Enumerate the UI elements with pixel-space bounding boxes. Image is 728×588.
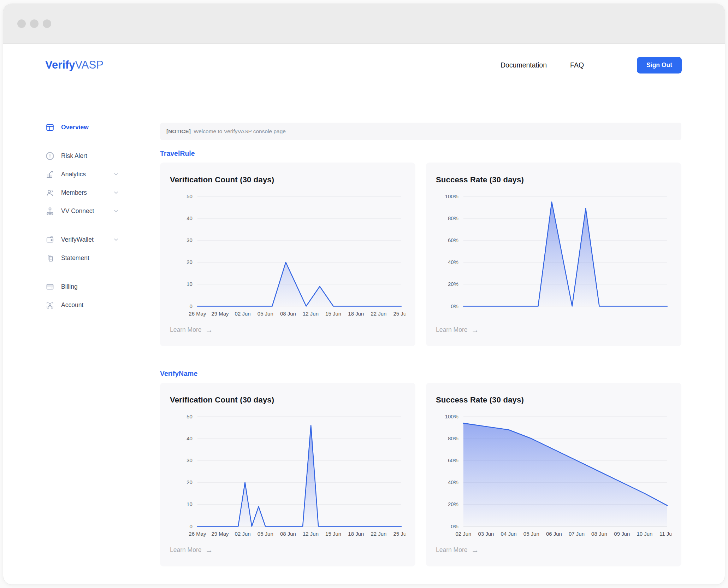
learn-more-label: Learn More [170, 546, 202, 554]
chevron-down-icon [114, 191, 118, 194]
svg-text:09 Jun: 09 Jun [614, 531, 630, 537]
area-chart: 0%20%40%60%80%100% [436, 192, 671, 323]
statement-icon [45, 253, 54, 263]
analytics-icon [45, 170, 54, 179]
window-chrome-bar [3, 4, 725, 44]
sidebar-item-label: VV Connect [61, 207, 94, 215]
svg-text:0%: 0% [451, 523, 458, 529]
risk-alert-icon [45, 151, 54, 160]
svg-text:29 May: 29 May [211, 531, 229, 537]
travelrule-cards: Verification Count (30 days) 01020304050… [160, 163, 681, 346]
arrow-right-icon: → [206, 546, 213, 554]
svg-text:10: 10 [187, 281, 193, 287]
sidebar-divider [45, 224, 120, 224]
sidebar-item-label: Statement [61, 254, 89, 262]
svg-text:22 Jun: 22 Jun [371, 531, 386, 537]
section-heading-travelrule: TravelRule [160, 149, 681, 158]
sidebar-item-analytics[interactable]: Analytics [45, 166, 120, 182]
svg-text:20%: 20% [448, 281, 458, 287]
learn-more-link[interactable]: Learn More → [170, 546, 213, 554]
svg-text:08 Jun: 08 Jun [280, 531, 296, 537]
sidebar: Overview Risk Alert Analytics [3, 86, 120, 584]
svg-text:02 Jun: 02 Jun [235, 311, 251, 317]
chart-title: Success Rate (30 days) [436, 175, 671, 184]
sidebar-item-label: Analytics [61, 171, 86, 178]
vv-connect-icon [45, 206, 54, 216]
notice-banner: [NOTICE] Welcome to VerifyVASP console p… [160, 123, 681, 140]
svg-text:26 May: 26 May [189, 311, 206, 317]
area-chart: 0%20%40%60%80%100%02 Jun03 Jun04 Jun05 J… [436, 412, 671, 543]
main-content: [NOTICE] Welcome to VerifyVASP console p… [120, 86, 725, 584]
sidebar-item-risk-alert[interactable]: Risk Alert [45, 148, 120, 164]
svg-text:10: 10 [187, 501, 193, 507]
svg-text:02 Jun: 02 Jun [455, 531, 471, 537]
learn-more-link[interactable]: Learn More → [436, 546, 479, 554]
window-minimize-button[interactable] [30, 19, 39, 28]
window-close-button[interactable] [17, 19, 26, 28]
svg-text:40: 40 [187, 435, 193, 441]
wallet-icon [45, 235, 54, 244]
learn-more-link[interactable]: Learn More → [436, 326, 479, 334]
learn-more-label: Learn More [436, 546, 468, 554]
sidebar-item-label: Members [61, 189, 87, 196]
chart-title: Verification Count (30 days) [170, 175, 406, 184]
learn-more-link[interactable]: Learn More → [170, 326, 213, 334]
svg-text:20%: 20% [448, 501, 458, 507]
chart-card: Verification Count (30 days) 01020304050… [160, 383, 415, 566]
svg-text:30: 30 [187, 237, 193, 243]
sign-out-button[interactable]: Sign Out [637, 57, 682, 74]
top-header: VerifyVASP Documentation FAQ Sign Out [3, 44, 725, 86]
billing-icon [45, 282, 54, 291]
logo[interactable]: VerifyVASP [45, 59, 103, 71]
sidebar-divider [45, 271, 120, 271]
window-maximize-button[interactable] [43, 19, 51, 28]
learn-more-label: Learn More [436, 326, 468, 334]
svg-text:60%: 60% [448, 457, 458, 463]
svg-text:04 Jun: 04 Jun [501, 531, 517, 537]
arrow-right-icon: → [206, 326, 213, 334]
chart-title: Success Rate (30 days) [436, 395, 671, 405]
section-heading-verifyname: VerifyName [160, 370, 681, 378]
svg-text:40%: 40% [448, 259, 458, 265]
sidebar-item-vv-connect[interactable]: VV Connect [45, 203, 120, 219]
svg-text:60%: 60% [448, 237, 458, 243]
svg-text:05 Jun: 05 Jun [523, 531, 539, 537]
svg-text:80%: 80% [448, 435, 458, 441]
logo-secondary: VASP [75, 59, 103, 71]
svg-text:50: 50 [187, 413, 193, 419]
area-chart: 0102030405026 May29 May02 Jun05 Jun08 Ju… [170, 412, 406, 543]
svg-text:20: 20 [187, 479, 193, 485]
svg-text:25 Jun: 25 Jun [393, 311, 406, 317]
svg-text:50: 50 [187, 193, 193, 199]
svg-text:0: 0 [190, 303, 193, 309]
svg-text:30: 30 [187, 457, 193, 463]
svg-text:02 Jun: 02 Jun [235, 531, 251, 537]
svg-text:03 Jun: 03 Jun [478, 531, 494, 537]
sidebar-item-statement[interactable]: Statement [45, 250, 120, 266]
logo-primary: Verify [45, 59, 75, 71]
svg-text:12 Jun: 12 Jun [303, 531, 319, 537]
members-icon [45, 188, 54, 197]
svg-text:05 Jun: 05 Jun [258, 531, 273, 537]
svg-text:10 Jun: 10 Jun [637, 531, 652, 537]
sidebar-item-verifywallet[interactable]: VerifyWallet [45, 232, 120, 247]
svg-text:12 Jun: 12 Jun [303, 311, 319, 317]
content-row: Overview Risk Alert Analytics [3, 86, 725, 584]
sidebar-item-billing[interactable]: Billing [45, 279, 120, 294]
sidebar-item-label: Billing [61, 283, 78, 290]
app-window: VerifyVASP Documentation FAQ Sign Out Ov… [3, 4, 725, 585]
svg-text:05 Jun: 05 Jun [258, 311, 273, 317]
sidebar-item-overview[interactable]: Overview [45, 119, 120, 135]
svg-text:80%: 80% [448, 215, 458, 221]
nav-documentation[interactable]: Documentation [501, 61, 547, 69]
svg-text:0%: 0% [451, 303, 458, 309]
chevron-down-icon [114, 210, 118, 213]
sidebar-item-members[interactable]: Members [45, 185, 120, 200]
svg-text:25 Jun: 25 Jun [393, 531, 406, 537]
nav-faq[interactable]: FAQ [570, 61, 584, 69]
svg-text:40: 40 [187, 215, 193, 221]
svg-text:22 Jun: 22 Jun [371, 311, 386, 317]
sidebar-item-account[interactable]: Account [45, 297, 120, 313]
sidebar-divider [45, 140, 120, 140]
svg-text:100%: 100% [445, 193, 458, 199]
